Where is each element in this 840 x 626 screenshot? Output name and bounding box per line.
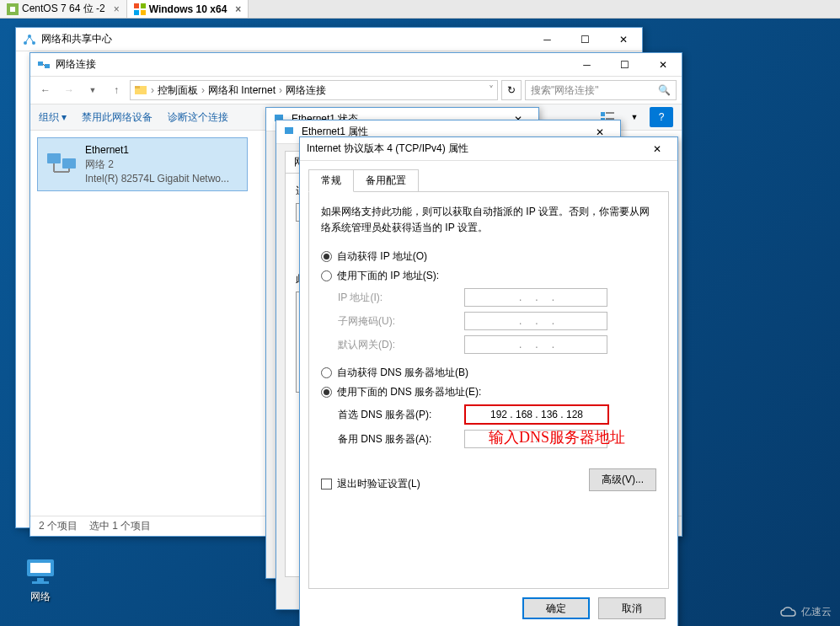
chevron-right-icon: › xyxy=(201,84,205,96)
maximize-button[interactable]: ☐ xyxy=(606,53,644,77)
svg-line-14 xyxy=(29,36,34,43)
chevron-right-icon: › xyxy=(151,84,154,96)
svg-rect-5 xyxy=(141,10,146,15)
cancel-button[interactable]: 取消 xyxy=(598,597,666,619)
checkbox-icon xyxy=(321,479,332,490)
svg-rect-19 xyxy=(135,86,140,88)
maximize-button[interactable]: ☐ xyxy=(566,28,604,51)
cloud-icon xyxy=(779,606,798,619)
breadcrumb-item[interactable]: 控制面板 xyxy=(158,83,198,98)
advanced-button[interactable]: 高级(V)... xyxy=(589,468,656,491)
recent-button[interactable]: ▼ xyxy=(83,80,103,100)
nav-bar: ← → ▼ ↑ › 控制面板 › 网络和 Internet › 网络连接 ˅ ↻… xyxy=(30,77,682,104)
svg-rect-21 xyxy=(606,112,614,114)
svg-rect-30 xyxy=(285,127,293,134)
radio-icon xyxy=(321,367,332,378)
breadcrumb-item[interactable]: 网络连接 xyxy=(286,83,326,98)
forward-button[interactable]: → xyxy=(59,80,79,100)
close-button[interactable]: ✕ xyxy=(644,53,682,77)
window-title: 网络连接 xyxy=(56,57,568,72)
minimize-button[interactable]: ─ xyxy=(568,53,606,77)
close-button[interactable]: ✕ xyxy=(604,28,642,51)
checkbox-label: 退出时验证设置(L) xyxy=(337,477,420,491)
svg-line-17 xyxy=(43,64,45,66)
radio-icon xyxy=(321,270,332,281)
label-gateway: 默认网关(D): xyxy=(338,338,464,352)
svg-rect-8 xyxy=(37,578,44,581)
network-center-icon xyxy=(23,33,36,46)
close-icon[interactable]: × xyxy=(114,3,120,15)
breadcrumb-item[interactable]: 网络和 Internet xyxy=(208,83,276,98)
tab-general[interactable]: 常规 xyxy=(308,169,354,192)
organize-menu[interactable]: 组织 ▾ xyxy=(39,110,67,125)
radio-auto-dns[interactable]: 自动获得 DNS 服务器地址(B) xyxy=(321,366,656,380)
adapter-name: Ethernet1 xyxy=(85,143,229,158)
window-title: Internet 协议版本 4 (TCP/IPv4) 属性 xyxy=(307,142,644,156)
up-button[interactable]: ↑ xyxy=(106,80,126,100)
ethernet-adapter-icon xyxy=(45,150,78,179)
svg-rect-25 xyxy=(62,158,76,169)
dropdown-icon[interactable]: ˅ xyxy=(489,84,494,96)
search-placeholder: 搜索"网络连接" xyxy=(531,83,599,98)
folder-icon xyxy=(134,83,147,97)
adapter-ethernet1[interactable]: Ethernet1 网络 2 Intel(R) 82574L Gigabit N… xyxy=(37,137,248,191)
chevron-right-icon: › xyxy=(279,84,282,96)
vm-tab-centos[interactable]: CentOS 7 64 位 -2 × xyxy=(0,0,127,18)
view-dropdown[interactable]: ▼ xyxy=(623,107,646,127)
radio-label: 使用下面的 DNS 服务器地址(E): xyxy=(337,385,481,399)
tab-content-general: 如果网络支持此功能，则可以获取自动指派的 IP 设置。否则，你需要从网络系统管理… xyxy=(308,191,669,589)
diagnose-button[interactable]: 诊断这个连接 xyxy=(168,110,228,125)
radio-label: 使用下面的 IP 地址(S): xyxy=(337,269,439,283)
windows-icon xyxy=(134,3,146,15)
svg-rect-24 xyxy=(47,153,61,163)
help-button[interactable]: ? xyxy=(650,107,673,127)
radio-icon xyxy=(321,387,332,398)
window-title: 网络和共享中心 xyxy=(41,32,528,46)
back-button[interactable]: ← xyxy=(35,80,56,100)
svg-rect-1 xyxy=(10,7,15,12)
titlebar[interactable]: 网络连接 ─ ☐ ✕ xyxy=(30,53,682,77)
vm-tab-bar: CentOS 7 64 位 -2 × Windows 10 x64 × xyxy=(0,0,840,19)
input-primary-dns[interactable]: 192 . 168 . 136 . 128 xyxy=(464,404,609,425)
checkbox-validate-on-exit[interactable]: 退出时验证设置(L) xyxy=(321,477,420,491)
minimize-button[interactable]: ─ xyxy=(528,28,566,51)
vm-tab-windows[interactable]: Windows 10 x64 × xyxy=(127,0,249,18)
ok-button[interactable]: 确定 xyxy=(522,597,590,619)
radio-manual-dns[interactable]: 使用下面的 DNS 服务器地址(E): xyxy=(321,385,656,399)
address-bar[interactable]: › 控制面板 › 网络和 Internet › 网络连接 ˅ xyxy=(130,80,498,100)
refresh-button[interactable]: ↻ xyxy=(501,80,522,100)
radio-icon xyxy=(321,251,332,262)
input-ip-address: ... xyxy=(464,288,607,307)
svg-line-13 xyxy=(25,36,29,43)
desktop-icon-label: 网络 xyxy=(30,590,51,604)
svg-rect-7 xyxy=(30,563,51,573)
radio-auto-ip[interactable]: 自动获得 IP 地址(O) xyxy=(321,249,656,264)
item-count: 2 个项目 xyxy=(39,519,78,533)
titlebar[interactable]: Internet 协议版本 4 (TCP/IPv4) 属性 ✕ xyxy=(300,137,677,161)
tab-alternate[interactable]: 备用配置 xyxy=(353,169,419,192)
disable-device-button[interactable]: 禁用此网络设备 xyxy=(82,110,152,125)
input-alt-dns[interactable]: ... xyxy=(464,430,607,448)
svg-rect-2 xyxy=(134,3,139,8)
window-ipv4-properties: Internet 协议版本 4 (TCP/IPv4) 属性 ✕ 常规 备用配置 … xyxy=(299,136,678,626)
selected-count: 选中 1 个项目 xyxy=(89,519,151,533)
svg-rect-4 xyxy=(134,10,139,15)
watermark-text: 亿速云 xyxy=(801,605,832,619)
desktop-icon-network[interactable]: 网络 xyxy=(15,558,66,604)
radio-label: 自动获得 DNS 服务器地址(B) xyxy=(337,366,468,380)
close-icon[interactable]: × xyxy=(235,3,241,15)
close-button[interactable]: ✕ xyxy=(644,139,671,159)
titlebar[interactable]: 网络和共享中心 ─ ☐ ✕ xyxy=(16,28,642,51)
radio-label: 自动获得 IP 地址(O) xyxy=(337,249,427,264)
search-input[interactable]: 搜索"网络连接" 🔍 xyxy=(525,80,677,100)
label-alt-dns: 备用 DNS 服务器(A): xyxy=(338,432,464,447)
input-subnet-mask: ... xyxy=(464,312,607,330)
svg-rect-20 xyxy=(601,112,605,116)
ethernet-icon xyxy=(283,126,297,139)
desktop: 网络 网络和共享中心 ─ ☐ ✕ 网络连接 ─ ☐ ✕ xyxy=(0,19,840,626)
search-icon: 🔍 xyxy=(658,84,671,96)
radio-manual-ip[interactable]: 使用下面的 IP 地址(S): xyxy=(321,269,656,283)
svg-rect-15 xyxy=(38,62,43,66)
label-subnet-mask: 子网掩码(U): xyxy=(338,314,464,329)
watermark: 亿速云 xyxy=(779,605,832,619)
